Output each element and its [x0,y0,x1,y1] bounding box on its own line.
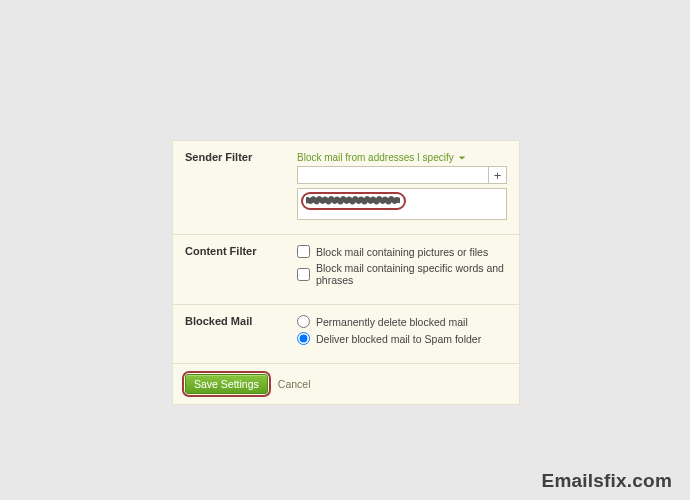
address-input[interactable] [297,166,489,184]
address-list[interactable] [297,188,507,220]
blocked-opt-delete-row: Permanently delete blocked mail [297,315,507,328]
save-settings-button[interactable]: Save Settings [185,374,268,394]
content-opt-words-label: Block mail containing specific words and… [316,262,507,286]
blocked-opt-spam-radio[interactable] [297,332,310,345]
content-opt-pictures-checkbox[interactable] [297,245,310,258]
blocked-opt-delete-radio[interactable] [297,315,310,328]
content-opt-words-row: Block mail containing specific words and… [297,262,507,286]
cancel-link[interactable]: Cancel [278,378,311,390]
content-opt-pictures-label: Block mail containing pictures or files [316,246,488,258]
blocked-opt-delete-label: Permanently delete blocked mail [316,316,468,328]
section-content-filter: Content Filter Block mail containing pic… [173,235,519,305]
content-filter-label: Content Filter [185,245,297,290]
plus-icon: + [494,169,502,182]
section-sender-filter: Sender Filter Block mail from addresses … [173,141,519,235]
section-blocked-mail: Blocked Mail Permanently delete blocked … [173,305,519,364]
content-opt-pictures-row: Block mail containing pictures or files [297,245,507,258]
sender-filter-dropdown[interactable]: Block mail from addresses I specify [297,152,466,163]
watermark: Emailsfix.com [542,470,672,492]
blocked-mail-body: Permanently delete blocked mail Deliver … [297,315,507,349]
add-address-button[interactable]: + [489,166,507,184]
sender-filter-label: Sender Filter [185,151,297,220]
content-opt-words-checkbox[interactable] [297,268,310,281]
address-input-row: + [297,166,507,184]
redacted-entry [306,195,400,206]
settings-panel: Sender Filter Block mail from addresses … [172,140,520,405]
actions-row: Save Settings Cancel [173,364,519,404]
save-settings-label: Save Settings [194,378,259,390]
blocked-opt-spam-label: Deliver blocked mail to Spam folder [316,333,481,345]
sender-filter-dropdown-text: Block mail from addresses I specify [297,152,454,163]
blocked-mail-label: Blocked Mail [185,315,297,349]
content-filter-body: Block mail containing pictures or files … [297,245,507,290]
blocked-opt-spam-row: Deliver blocked mail to Spam folder [297,332,507,345]
sender-filter-body: Block mail from addresses I specify + [297,151,507,220]
chevron-down-icon [458,154,466,162]
